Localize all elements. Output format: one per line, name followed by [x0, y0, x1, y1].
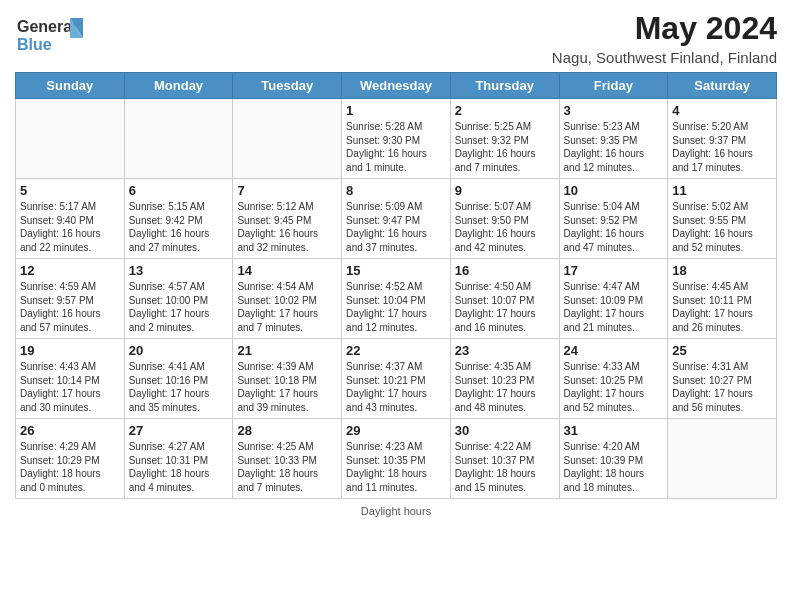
day-info: Sunrise: 4:31 AM Sunset: 10:27 PM Daylig… — [672, 360, 772, 414]
calendar-cell: 2Sunrise: 5:25 AM Sunset: 9:32 PM Daylig… — [450, 99, 559, 179]
day-header-monday: Monday — [124, 73, 233, 99]
day-info: Sunrise: 4:22 AM Sunset: 10:37 PM Daylig… — [455, 440, 555, 494]
day-number: 28 — [237, 423, 337, 438]
day-number: 16 — [455, 263, 555, 278]
day-info: Sunrise: 4:33 AM Sunset: 10:25 PM Daylig… — [564, 360, 664, 414]
calendar-cell — [16, 99, 125, 179]
day-number: 12 — [20, 263, 120, 278]
calendar-cell: 8Sunrise: 5:09 AM Sunset: 9:47 PM Daylig… — [342, 179, 451, 259]
calendar-cell: 21Sunrise: 4:39 AM Sunset: 10:18 PM Dayl… — [233, 339, 342, 419]
calendar-cell: 15Sunrise: 4:52 AM Sunset: 10:04 PM Dayl… — [342, 259, 451, 339]
day-number: 29 — [346, 423, 446, 438]
day-number: 23 — [455, 343, 555, 358]
calendar-cell: 11Sunrise: 5:02 AM Sunset: 9:55 PM Dayli… — [668, 179, 777, 259]
day-info: Sunrise: 5:20 AM Sunset: 9:37 PM Dayligh… — [672, 120, 772, 174]
svg-text:General: General — [17, 18, 77, 35]
subtitle: Nagu, Southwest Finland, Finland — [552, 49, 777, 66]
calendar-week-2: 5Sunrise: 5:17 AM Sunset: 9:40 PM Daylig… — [16, 179, 777, 259]
day-info: Sunrise: 4:54 AM Sunset: 10:02 PM Daylig… — [237, 280, 337, 334]
calendar-cell: 19Sunrise: 4:43 AM Sunset: 10:14 PM Dayl… — [16, 339, 125, 419]
calendar-table: SundayMondayTuesdayWednesdayThursdayFrid… — [15, 72, 777, 499]
day-info: Sunrise: 5:12 AM Sunset: 9:45 PM Dayligh… — [237, 200, 337, 254]
day-number: 27 — [129, 423, 229, 438]
day-info: Sunrise: 4:27 AM Sunset: 10:31 PM Daylig… — [129, 440, 229, 494]
footer: Daylight hours — [15, 505, 777, 517]
day-number: 5 — [20, 183, 120, 198]
day-header-thursday: Thursday — [450, 73, 559, 99]
day-number: 7 — [237, 183, 337, 198]
calendar-cell: 26Sunrise: 4:29 AM Sunset: 10:29 PM Dayl… — [16, 419, 125, 499]
day-header-tuesday: Tuesday — [233, 73, 342, 99]
calendar-cell: 25Sunrise: 4:31 AM Sunset: 10:27 PM Dayl… — [668, 339, 777, 419]
day-info: Sunrise: 5:17 AM Sunset: 9:40 PM Dayligh… — [20, 200, 120, 254]
day-number: 21 — [237, 343, 337, 358]
calendar-cell: 5Sunrise: 5:17 AM Sunset: 9:40 PM Daylig… — [16, 179, 125, 259]
calendar-cell: 10Sunrise: 5:04 AM Sunset: 9:52 PM Dayli… — [559, 179, 668, 259]
calendar-cell: 27Sunrise: 4:27 AM Sunset: 10:31 PM Dayl… — [124, 419, 233, 499]
day-number: 22 — [346, 343, 446, 358]
calendar-cell: 24Sunrise: 4:33 AM Sunset: 10:25 PM Dayl… — [559, 339, 668, 419]
calendar-cell: 6Sunrise: 5:15 AM Sunset: 9:42 PM Daylig… — [124, 179, 233, 259]
day-number: 19 — [20, 343, 120, 358]
calendar-cell: 13Sunrise: 4:57 AM Sunset: 10:00 PM Dayl… — [124, 259, 233, 339]
calendar-cell: 20Sunrise: 4:41 AM Sunset: 10:16 PM Dayl… — [124, 339, 233, 419]
page: General Blue May 2024 Nagu, Southwest Fi… — [0, 0, 792, 612]
calendar-week-3: 12Sunrise: 4:59 AM Sunset: 9:57 PM Dayli… — [16, 259, 777, 339]
calendar-week-1: 1Sunrise: 5:28 AM Sunset: 9:30 PM Daylig… — [16, 99, 777, 179]
logo: General Blue — [15, 10, 95, 60]
calendar-cell: 14Sunrise: 4:54 AM Sunset: 10:02 PM Dayl… — [233, 259, 342, 339]
calendar-cell: 18Sunrise: 4:45 AM Sunset: 10:11 PM Dayl… — [668, 259, 777, 339]
day-info: Sunrise: 5:04 AM Sunset: 9:52 PM Dayligh… — [564, 200, 664, 254]
calendar-cell — [233, 99, 342, 179]
calendar-cell: 17Sunrise: 4:47 AM Sunset: 10:09 PM Dayl… — [559, 259, 668, 339]
main-title: May 2024 — [552, 10, 777, 47]
header: General Blue May 2024 Nagu, Southwest Fi… — [15, 10, 777, 66]
days-header-row: SundayMondayTuesdayWednesdayThursdayFrid… — [16, 73, 777, 99]
calendar-week-4: 19Sunrise: 4:43 AM Sunset: 10:14 PM Dayl… — [16, 339, 777, 419]
day-info: Sunrise: 5:09 AM Sunset: 9:47 PM Dayligh… — [346, 200, 446, 254]
day-info: Sunrise: 4:43 AM Sunset: 10:14 PM Daylig… — [20, 360, 120, 414]
day-number: 6 — [129, 183, 229, 198]
day-info: Sunrise: 5:02 AM Sunset: 9:55 PM Dayligh… — [672, 200, 772, 254]
day-number: 1 — [346, 103, 446, 118]
day-info: Sunrise: 4:45 AM Sunset: 10:11 PM Daylig… — [672, 280, 772, 334]
day-header-friday: Friday — [559, 73, 668, 99]
calendar-cell: 28Sunrise: 4:25 AM Sunset: 10:33 PM Dayl… — [233, 419, 342, 499]
day-number: 14 — [237, 263, 337, 278]
day-info: Sunrise: 4:41 AM Sunset: 10:16 PM Daylig… — [129, 360, 229, 414]
day-info: Sunrise: 4:37 AM Sunset: 10:21 PM Daylig… — [346, 360, 446, 414]
day-number: 11 — [672, 183, 772, 198]
day-number: 3 — [564, 103, 664, 118]
day-number: 2 — [455, 103, 555, 118]
day-header-sunday: Sunday — [16, 73, 125, 99]
day-header-wednesday: Wednesday — [342, 73, 451, 99]
day-info: Sunrise: 5:07 AM Sunset: 9:50 PM Dayligh… — [455, 200, 555, 254]
calendar-cell: 30Sunrise: 4:22 AM Sunset: 10:37 PM Dayl… — [450, 419, 559, 499]
calendar-cell: 16Sunrise: 4:50 AM Sunset: 10:07 PM Dayl… — [450, 259, 559, 339]
calendar-cell: 12Sunrise: 4:59 AM Sunset: 9:57 PM Dayli… — [16, 259, 125, 339]
calendar-cell: 31Sunrise: 4:20 AM Sunset: 10:39 PM Dayl… — [559, 419, 668, 499]
day-header-saturday: Saturday — [668, 73, 777, 99]
day-info: Sunrise: 5:25 AM Sunset: 9:32 PM Dayligh… — [455, 120, 555, 174]
day-number: 17 — [564, 263, 664, 278]
day-number: 30 — [455, 423, 555, 438]
svg-text:Blue: Blue — [17, 36, 52, 53]
day-info: Sunrise: 5:15 AM Sunset: 9:42 PM Dayligh… — [129, 200, 229, 254]
calendar-cell: 29Sunrise: 4:23 AM Sunset: 10:35 PM Dayl… — [342, 419, 451, 499]
day-number: 25 — [672, 343, 772, 358]
logo-svg: General Blue — [15, 10, 95, 60]
day-info: Sunrise: 4:29 AM Sunset: 10:29 PM Daylig… — [20, 440, 120, 494]
day-info: Sunrise: 4:59 AM Sunset: 9:57 PM Dayligh… — [20, 280, 120, 334]
calendar-cell: 7Sunrise: 5:12 AM Sunset: 9:45 PM Daylig… — [233, 179, 342, 259]
calendar-cell: 4Sunrise: 5:20 AM Sunset: 9:37 PM Daylig… — [668, 99, 777, 179]
day-number: 9 — [455, 183, 555, 198]
day-number: 31 — [564, 423, 664, 438]
day-number: 13 — [129, 263, 229, 278]
day-info: Sunrise: 4:25 AM Sunset: 10:33 PM Daylig… — [237, 440, 337, 494]
day-info: Sunrise: 5:28 AM Sunset: 9:30 PM Dayligh… — [346, 120, 446, 174]
day-number: 4 — [672, 103, 772, 118]
calendar-cell: 3Sunrise: 5:23 AM Sunset: 9:35 PM Daylig… — [559, 99, 668, 179]
day-number: 20 — [129, 343, 229, 358]
day-number: 10 — [564, 183, 664, 198]
day-info: Sunrise: 4:52 AM Sunset: 10:04 PM Daylig… — [346, 280, 446, 334]
